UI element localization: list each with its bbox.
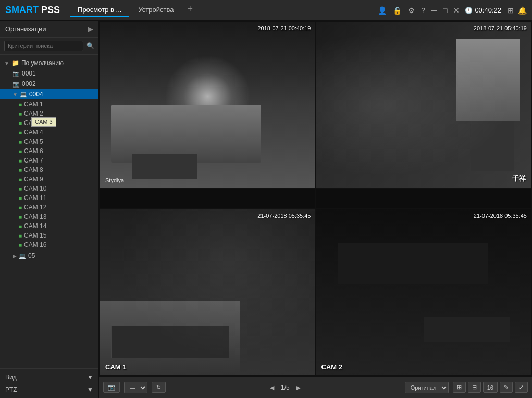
page-next-button[interactable]: ► [293,383,304,392]
tree-arrow-05: ▶ [13,253,17,259]
cam-icon-15: ■ [19,233,22,239]
gear-icon[interactable]: ⚙ [408,6,415,15]
cam-tl-timestamp: 2018-07-21 00:40:19 [257,25,311,31]
cam-item-1[interactable]: ■ CAM 1 [0,100,98,109]
cam1-table [132,154,197,179]
refresh-button[interactable]: ↻ [152,382,166,393]
cam-item-14[interactable]: ■ CAM 14 [0,221,98,231]
cam-label-8: CAM 8 [24,166,43,173]
cam-item-11[interactable]: ■ CAM 11 [0,193,98,203]
cam-icon-9: ■ [19,177,22,182]
cam-icon-16: ■ [19,242,22,248]
cam-tr-label: 千祥 [512,174,526,183]
search-input[interactable] [4,41,83,51]
sidebar-view-btn[interactable]: Вид ▼ [0,371,98,383]
cam-br-timestamp: 21-07-2018 05:35:45 [474,213,527,219]
tree-arrow: ▼ [4,60,9,66]
app-logo: SMART PSS [5,5,60,16]
sidebar-expand-icon[interactable]: ▶ [88,25,93,33]
cam4-object2 [424,317,510,342]
layout-4-icon: ⊞ [457,384,462,390]
tab-liveview[interactable]: Просмотр в ... [70,4,129,17]
video-cell-ml[interactable] [100,189,315,208]
tree-root-default[interactable]: ▼ 📁 По умолчанию [0,58,98,68]
help-icon[interactable]: ? [421,6,425,15]
cam-icon-7: ■ [19,158,22,164]
cam-label-11: CAM 11 [24,194,46,202]
cam2-glow [316,22,531,188]
add-tab-button[interactable]: + [183,4,197,17]
cam-label-14: CAM 14 [24,222,46,230]
refresh-icon: ↻ [156,384,161,391]
cam-icon-6: ■ [19,148,22,154]
main-layout: Организации ▶ 🔍 ▼ 📁 По умолчанию 📷 0001 … [0,21,532,398]
clock-display: 🕐 00:40:22 [465,6,501,14]
cam-item-10[interactable]: ■ CAM 10 [0,184,98,193]
clock-time: 00:40:22 [475,6,501,14]
logo-smart: SMART [5,5,39,15]
tree-item-0002[interactable]: 📷 0002 [0,79,98,89]
restore-icon[interactable]: □ [443,6,447,15]
cam-item-3[interactable]: ■ CAM 3 CAM 3 [0,118,98,128]
cam-label-12: CAM 12 [24,204,46,211]
tab-devices[interactable]: Устройства [131,4,181,17]
video-cell-mr[interactable] [316,189,531,208]
bottom-toolbar: 📷 — ↻ ◄ 1/5 ► Оригинал ⊞ [99,376,532,398]
sidebar-header: Организации ▶ [0,21,98,38]
sidebar-view-arrow: ▼ [87,374,93,381]
cam-item-5[interactable]: ■ CAM 5 [0,137,98,146]
channel-select[interactable]: — [124,382,147,393]
snapshot-button[interactable]: 📷 [103,382,120,393]
cam-label-7: CAM 7 [24,157,43,164]
tree-item-0001[interactable]: 📷 0001 [0,68,98,79]
video-cell-tr[interactable]: 2018-07-21 05:40:19 千祥 [316,22,531,188]
page-prev-button[interactable]: ◄ [266,383,278,392]
video-cell-br[interactable]: 21-07-2018 05:35:45 CAM 2 [316,209,531,375]
quality-select[interactable]: Оригинал [405,382,449,393]
tree-arrow-0004: ▼ [13,92,18,97]
cam-label-9: CAM 9 [24,176,43,183]
cam-item-13[interactable]: ■ CAM 13 [0,212,98,221]
sidebar: Организации ▶ 🔍 ▼ 📁 По умолчанию 📷 0001 … [0,21,99,398]
video-cell-tl[interactable]: 2018-07-21 00:40:19 Stydiya [100,22,315,188]
edit-button[interactable]: ✎ [500,382,513,393]
cam-item-6[interactable]: ■ CAM 6 [0,146,98,156]
cam-item-15[interactable]: ■ CAM 15 [0,231,98,240]
fullscreen-button[interactable]: ⤢ [515,382,528,393]
cam-item-4[interactable]: ■ CAM 4 [0,128,98,137]
fullscreen-icon: ⤢ [519,384,524,390]
layout-9-button[interactable]: ⊟ [468,382,481,393]
cam-item-12[interactable]: ■ CAM 12 [0,203,98,212]
cam-item-7[interactable]: ■ CAM 7 [0,156,98,165]
layout-icon[interactable]: ⊞ [508,6,514,15]
sidebar-ptz-arrow: ▼ [87,386,93,393]
tree-group-default: ▼ 📁 По умолчанию 📷 0001 📷 0002 ▼ 💻 0004 [0,57,98,262]
cam-icon-13: ■ [19,214,22,220]
close-icon[interactable]: ✕ [453,6,460,15]
content-area: 2018-07-21 00:40:19 Stydiya 2018-07-21 0… [99,21,532,398]
tree-item-label-0002: 0002 [22,80,36,88]
tree-item-05[interactable]: ▶ 💻 05 [0,251,98,261]
cam-item-9[interactable]: ■ CAM 9 [0,175,98,184]
cam-label-5: CAM 5 [24,138,43,145]
cam-item-8[interactable]: ■ CAM 8 [0,165,98,175]
lock-icon[interactable]: 🔒 [393,6,402,15]
bell-icon[interactable]: 🔔 [518,6,527,15]
page-info: 1/5 [281,384,290,391]
cam-item-16[interactable]: ■ CAM 16 [0,240,98,250]
device-tree: ▼ 📁 По умолчанию 📷 0001 📷 0002 ▼ 💻 0004 [0,55,98,368]
tree-item-0004[interactable]: ▼ 💻 0004 [0,89,98,100]
cam-icon-2: ■ [19,111,22,117]
layout-16-button[interactable]: 16 [483,382,498,393]
cam-icon-14: ■ [19,223,22,229]
search-icon[interactable]: 🔍 [86,42,94,49]
cam-label-16: CAM 16 [24,241,46,248]
topbar-right: 👤 🔒 ⚙ ? ─ □ ✕ [378,6,460,15]
minimize-icon[interactable]: ─ [431,6,437,15]
layout-4-button[interactable]: ⊞ [453,382,466,393]
user-icon[interactable]: 👤 [378,6,387,15]
cam4-object1 [338,243,488,284]
video-cell-bl[interactable]: 21-07-2018 05:35:45 CAM 1 [100,209,315,375]
sidebar-ptz-btn[interactable]: PTZ ▼ [0,383,98,396]
cam3-tooltip: CAM 3 [31,117,56,127]
